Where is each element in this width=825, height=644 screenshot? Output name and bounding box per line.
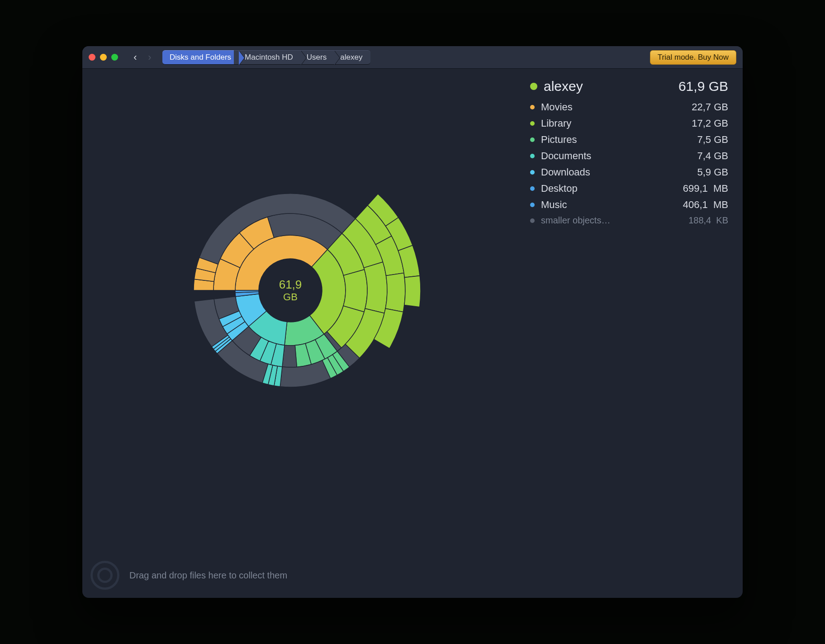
sub-wedge[interactable] (343, 270, 367, 312)
child-dot (530, 105, 535, 109)
drop-zone[interactable]: Drag and drop files here to collect them (90, 561, 287, 590)
center-size: 61,9 (279, 278, 302, 291)
details-pane: alexey 61,9 GB Movies22,7 GBLibrary17,2 … (526, 69, 743, 598)
drop-zone-label: Drag and drop files here to collect them (129, 570, 287, 581)
minimize-button[interactable] (100, 54, 107, 61)
selected-folder-size: 61,9 GB (678, 79, 728, 94)
close-button[interactable] (89, 54, 95, 61)
sub-wedge[interactable] (404, 276, 421, 307)
child-row[interactable]: smaller objects…188,4 KB (530, 214, 728, 227)
sub-wedge[interactable] (385, 273, 405, 312)
center-unit: GB (283, 291, 298, 303)
zoom-button[interactable] (111, 54, 118, 61)
child-name: Downloads (541, 166, 590, 178)
child-name: Documents (541, 150, 591, 162)
selected-folder-dot (530, 83, 537, 90)
child-row[interactable]: Movies22,7 GB (530, 100, 728, 114)
app-window: ‹ › Disks and Folders Macintosh HD Users… (82, 46, 743, 598)
child-name: smaller objects… (541, 215, 610, 226)
child-row[interactable]: Desktop699,1 MB (530, 182, 728, 195)
window-controls (89, 54, 118, 61)
child-size: 406,1 MB (683, 199, 728, 211)
selected-folder-name: alexey (544, 79, 583, 94)
child-dot (530, 137, 535, 142)
child-row[interactable]: Library17,2 GB (530, 117, 728, 130)
breadcrumb: Disks and Folders Macintosh HD Users ale… (162, 50, 370, 65)
child-dot (530, 203, 535, 207)
history-nav: ‹ › (129, 51, 156, 64)
child-name: Desktop (541, 183, 578, 194)
child-dot (530, 154, 535, 158)
child-size: 7,4 GB (697, 150, 728, 162)
titlebar: ‹ › Disks and Folders Macintosh HD Users… (82, 46, 743, 69)
child-size: 188,4 KB (688, 215, 728, 226)
forward-button[interactable]: › (143, 51, 156, 64)
child-dot (530, 170, 535, 175)
buy-now-button[interactable]: Trial mode. Buy Now (650, 50, 736, 65)
child-size: 7,5 GB (697, 134, 728, 146)
drop-zone-icon (90, 561, 119, 590)
child-name: Music (541, 199, 567, 211)
child-row[interactable]: Pictures7,5 GB (530, 133, 728, 147)
child-dot (530, 218, 535, 223)
child-row[interactable]: Music406,1 MB (530, 198, 728, 212)
child-row[interactable]: Downloads5,9 GB (530, 166, 728, 179)
child-size: 699,1 MB (683, 183, 728, 194)
sub-wedge[interactable] (364, 262, 387, 313)
content: 61,9GB Drag and drop files here to colle… (82, 69, 743, 598)
child-size: 5,9 GB (697, 166, 728, 178)
child-list: Movies22,7 GBLibrary17,2 GBPictures7,5 G… (530, 100, 728, 227)
child-name: Library (541, 118, 571, 129)
back-button[interactable]: ‹ (129, 51, 142, 64)
selected-folder-header: alexey 61,9 GB (530, 79, 728, 94)
child-name: Movies (541, 101, 573, 113)
child-size: 17,2 GB (692, 118, 728, 129)
sunburst-chart[interactable]: 61,9GB (100, 96, 471, 467)
breadcrumb-root[interactable]: Disks and Folders (162, 50, 239, 65)
child-dot (530, 121, 535, 126)
child-dot (530, 186, 535, 191)
child-size: 22,7 GB (692, 101, 728, 113)
sunburst-pane: 61,9GB Drag and drop files here to colle… (82, 69, 526, 598)
child-name: Pictures (541, 134, 577, 146)
child-row[interactable]: Documents7,4 GB (530, 149, 728, 163)
